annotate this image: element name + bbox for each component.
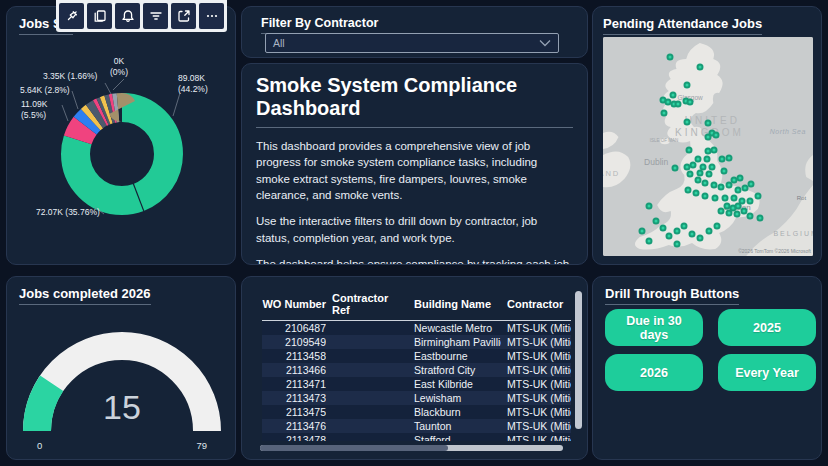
column-header: WO Number [262,289,326,321]
table-row[interactable]: 2113471East KilbrideMTS-UK (Mitie A [262,377,571,391]
table-cell [326,377,408,391]
gauge-min: 0 [37,440,42,451]
map-marker[interactable] [747,212,754,219]
map-marker[interactable] [687,98,694,105]
map-marker[interactable] [669,91,676,98]
more-options-icon[interactable] [199,3,224,29]
table-cell: 2113471 [262,377,326,391]
horizontal-scrollbar-thumb[interactable] [260,445,448,451]
table-cell: 2113478 [262,433,326,441]
map-marker[interactable] [704,119,711,126]
pin-icon[interactable] [59,3,84,29]
map-marker[interactable] [646,202,653,209]
map-marker[interactable] [711,147,718,154]
table-row[interactable]: 2113466Stratford CityMTS-UK (Mitie A [262,363,571,377]
map-marker[interactable] [725,155,732,162]
map-label: Dublin [644,157,668,167]
map-marker[interactable] [713,131,720,138]
table-row[interactable]: 2109549Birmingham PavillionsMTS-UK (Miti… [262,335,571,349]
map-marker[interactable] [684,118,691,125]
due-in-30-days-button[interactable]: Due in 30 days [605,309,703,346]
map-marker[interactable] [684,82,691,89]
map-marker[interactable] [685,187,692,194]
map-marker[interactable] [665,232,672,239]
map-marker[interactable] [747,198,754,205]
table-cell: 2113473 [262,391,326,405]
map-marker[interactable] [660,224,667,231]
year-2025-button[interactable]: 2025 [718,309,816,346]
map-marker[interactable] [671,165,678,172]
vertical-scrollbar[interactable] [575,291,582,429]
map-marker[interactable] [722,195,729,202]
map-marker[interactable] [653,217,660,224]
uk-map[interactable]: UNITEDKINGDOMNorth SeaDublinANDGlasgowIS… [603,37,813,256]
map-marker[interactable] [706,171,713,178]
map-marker[interactable] [660,109,667,116]
year-2026-button[interactable]: 2026 [605,354,703,391]
map-marker[interactable] [687,171,694,178]
map-marker[interactable] [701,180,708,187]
map-marker[interactable] [704,133,711,140]
focus-mode-icon[interactable] [171,3,196,29]
map-marker[interactable] [646,237,653,244]
donut-callout-label: 89.08K (44.2%) [178,73,208,94]
map-marker[interactable] [702,192,709,199]
map-marker[interactable] [718,207,725,214]
table-row[interactable]: 2113476TauntonMTS-UK (Mitie A [262,419,571,433]
map-marker[interactable] [673,240,680,247]
map-marker[interactable] [696,234,703,241]
gauge-chart: 15079 [12,309,232,457]
map-marker[interactable] [725,209,732,216]
table-cell: MTS-UK (Mitie A [501,363,571,377]
contractor-dropdown[interactable]: All [265,33,559,53]
map-marker[interactable] [718,184,725,191]
chevron-down-icon [539,39,551,47]
filter-icon[interactable] [143,3,168,29]
map-label: ISLE OF MAN [650,137,679,142]
map-marker[interactable] [706,227,713,234]
map-marker[interactable] [756,214,763,221]
table-row[interactable]: 2113475BlackburnMTS-UK (Mitie A [262,405,571,419]
table-cell [326,405,408,419]
table-row[interactable]: 2113478StaffordMTS-UK (Mitie A [262,433,571,441]
map-marker[interactable] [638,227,645,234]
alert-bell-icon[interactable] [115,3,140,29]
map-marker[interactable] [733,210,740,217]
map-marker[interactable] [720,168,727,175]
pending-attendance-map-panel: Pending Attendance Jobs UNITEDKINGDOMNor… [592,6,822,265]
map-marker[interactable] [696,170,703,177]
copy-icon[interactable] [87,3,112,29]
map-marker[interactable] [696,64,703,71]
every-year-button[interactable]: Every Year [718,354,816,391]
map-marker[interactable] [709,164,716,171]
map-marker[interactable] [666,54,673,61]
map-marker[interactable] [689,230,696,237]
visual-hover-toolbar [56,0,227,32]
description-paragraph: Use the interactive filters to drill dow… [256,213,573,246]
table-row[interactable]: 2113473LewishamMTS-UK (Mitie A [262,391,571,405]
map-marker[interactable] [754,192,761,199]
map-marker[interactable] [690,162,697,169]
map-marker[interactable] [673,227,680,234]
map-marker[interactable] [714,222,721,229]
table-cell: Stratford City [408,363,501,377]
map-marker[interactable] [681,222,688,229]
table-row[interactable]: 2106487Newcastle MetroMTS-UK (Mitie A [262,321,571,336]
map-marker[interactable] [675,100,682,107]
map-marker[interactable] [703,156,710,163]
map-marker[interactable] [686,147,693,154]
filter-panel: Filter By Contractor All [241,6,588,58]
map-label: AND [603,169,620,178]
map-marker[interactable] [712,194,719,201]
panel-title: Filter By Contractor [261,16,378,34]
table-row[interactable]: 2113458EastbourneMTS-UK (Mitie A [262,349,571,363]
description-paragraph: This dashboard provides a comprehensive … [256,138,573,203]
horizontal-scrollbar-track[interactable] [260,445,563,451]
table-cell: Taunton [408,419,501,433]
map-marker[interactable] [725,182,732,189]
map-marker[interactable] [730,194,737,201]
map-marker[interactable] [692,190,699,197]
map-marker[interactable] [742,185,749,192]
table-cell: 2113475 [262,405,326,419]
map-marker[interactable] [737,175,744,182]
